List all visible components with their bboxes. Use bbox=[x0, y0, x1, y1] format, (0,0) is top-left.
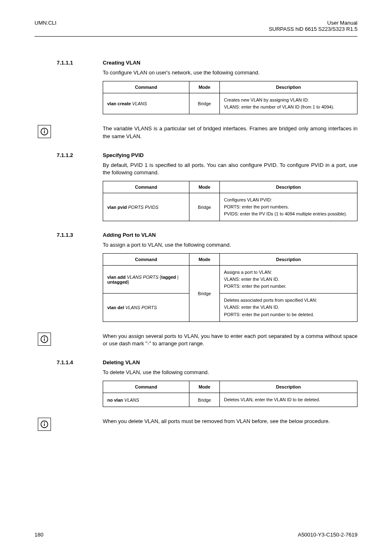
heading-number: 7.1.1.2 bbox=[57, 152, 73, 158]
desc-line: PORTS: enter the port number. bbox=[224, 283, 353, 290]
cell-command: no vlan VLANS bbox=[103, 393, 189, 407]
cell-command: vlan add VLANS PORTS {tagged | untagged} bbox=[103, 266, 189, 294]
intro-text: By default, PVID 1 is specified to all p… bbox=[103, 162, 357, 177]
table-row: vlan pvid PORTS PVIDS Bridge Configures … bbox=[103, 193, 357, 221]
table-specifying-pvid: Command Mode Description vlan pvid PORTS… bbox=[103, 181, 357, 221]
cell-description: Creates new VLAN by assigning VLAN ID: V… bbox=[220, 93, 357, 114]
table-creating-vlan: Command Mode Description vlan create VLA… bbox=[103, 81, 357, 114]
cmd-arg: VLANS bbox=[132, 101, 147, 106]
info-icon bbox=[38, 418, 51, 431]
table-row: no vlan VLANS Bridge Deletes VLAN, enter… bbox=[103, 393, 357, 407]
cell-command: vlan pvid PORTS PVIDS bbox=[103, 193, 189, 221]
note-block: When you assign several ports to VLAN, y… bbox=[103, 333, 357, 348]
heading-number: 7.1.1.1 bbox=[57, 60, 73, 66]
th-description: Description bbox=[220, 381, 357, 393]
desc-line: VLANS: enter the VLAN ID. bbox=[224, 304, 353, 311]
svg-point-5 bbox=[44, 337, 45, 338]
cell-mode: Bridge bbox=[189, 93, 220, 114]
intro-text: To assign a port to VLAN, use the follow… bbox=[103, 241, 357, 249]
th-command: Command bbox=[103, 181, 189, 193]
heading-text: Deleting VLAN bbox=[103, 359, 140, 365]
th-command: Command bbox=[103, 81, 189, 93]
cmd-arg: PORTS PVIDS bbox=[128, 205, 159, 210]
cmd-keyword: no vlan bbox=[107, 398, 123, 402]
cell-description: Configures VLAN PVID: PORTS: enter the p… bbox=[220, 193, 357, 221]
cmd-pipe: | bbox=[176, 275, 178, 280]
page-header: UMN:CLI User Manual SURPASS hiD 6615 S22… bbox=[0, 0, 392, 35]
cmd-keyword: vlan add bbox=[107, 275, 126, 280]
svg-point-2 bbox=[44, 130, 45, 130]
cmd-keyword: vlan pvid bbox=[107, 205, 127, 210]
heading-number: 7.1.1.3 bbox=[57, 232, 73, 238]
header-right: User Manual SURPASS hiD 6615 S223/S323 R… bbox=[269, 20, 357, 32]
table-row: vlan del VLANS PORTS Deletes associated … bbox=[103, 294, 357, 321]
cell-command: vlan create VLANS bbox=[103, 93, 189, 114]
cmd-keyword: vlan create bbox=[107, 101, 131, 106]
th-mode: Mode bbox=[189, 254, 220, 266]
desc-line: PVIDS: enter the PV IDs (1 to 4094 multi… bbox=[224, 210, 353, 217]
heading-text: Specifying PVID bbox=[103, 152, 144, 158]
page-number: 180 bbox=[35, 532, 44, 538]
desc-line: VLANS: enter the number of VLAN ID (from… bbox=[224, 104, 353, 111]
note-text: The variable VLANS is a particular set o… bbox=[103, 125, 357, 141]
heading-text: Creating VLAN bbox=[103, 60, 141, 66]
th-description: Description bbox=[220, 181, 357, 193]
cmd-brace: } bbox=[128, 280, 129, 284]
intro-text: To configure VLAN on user's network, use… bbox=[103, 69, 357, 77]
table-adding-port: Command Mode Description vlan add VLANS … bbox=[103, 253, 357, 321]
note-text: When you delete VLAN, all ports must be … bbox=[103, 418, 357, 426]
note-text: When you assign several ports to VLAN, y… bbox=[103, 333, 357, 348]
cell-mode: Bridge bbox=[189, 266, 220, 321]
desc-line: Configures VLAN PVID: bbox=[224, 197, 353, 204]
info-icon bbox=[38, 333, 51, 346]
cmd-arg: VLANS bbox=[125, 398, 139, 402]
heading-number: 7.1.1.4 bbox=[57, 359, 73, 365]
section-deleting-vlan: 7.1.1.4 Deleting VLAN To delete VLAN, us… bbox=[103, 359, 357, 407]
heading-specifying-pvid: 7.1.1.2 Specifying PVID bbox=[103, 152, 357, 158]
desc-line: Creates new VLAN by assigning VLAN ID: bbox=[224, 97, 353, 104]
heading-deleting-vlan: 7.1.1.4 Deleting VLAN bbox=[103, 359, 357, 365]
header-right-line2: SURPASS hiD 6615 S223/S323 R1.5 bbox=[269, 26, 357, 32]
heading-adding-port: 7.1.1.3 Adding Port to VLAN bbox=[103, 232, 357, 238]
cell-command: vlan del VLANS PORTS bbox=[103, 294, 189, 321]
cmd-arg: VLANS PORTS bbox=[127, 275, 159, 280]
cmd-keyword: vlan del bbox=[107, 305, 124, 310]
cell-mode: Bridge bbox=[189, 393, 220, 407]
note-block: The variable VLANS is a particular set o… bbox=[103, 125, 357, 141]
table-header-row: Command Mode Description bbox=[103, 254, 357, 266]
th-command: Command bbox=[103, 381, 189, 393]
table-row: vlan add VLANS PORTS {tagged | untagged}… bbox=[103, 266, 357, 294]
main-content: 7.1.1.1 Creating VLAN To configure VLAN … bbox=[103, 60, 357, 437]
section-adding-port: 7.1.1.3 Adding Port to VLAN To assign a … bbox=[103, 232, 357, 321]
note-block: When you delete VLAN, all ports must be … bbox=[103, 418, 357, 426]
header-right-line1: User Manual bbox=[269, 20, 357, 26]
cmd-opt: tagged bbox=[161, 275, 176, 280]
desc-line: PORTS: enter the port numbers. bbox=[224, 204, 353, 210]
heading-creating-vlan: 7.1.1.1 Creating VLAN bbox=[103, 60, 357, 66]
info-icon bbox=[38, 125, 51, 138]
page-footer: 180 A50010-Y3-C150-2-7619 bbox=[35, 532, 357, 538]
table-header-row: Command Mode Description bbox=[103, 381, 357, 393]
th-description: Description bbox=[220, 254, 357, 266]
th-mode: Mode bbox=[189, 181, 220, 193]
svg-point-8 bbox=[44, 422, 45, 423]
cell-description: Deletes VLAN, enter the VLAN ID to be de… bbox=[220, 393, 357, 407]
doc-id: A50010-Y3-C150-2-7619 bbox=[298, 532, 357, 538]
desc-line: PORTS: enter the port number to be delet… bbox=[224, 311, 353, 318]
th-description: Description bbox=[220, 81, 357, 93]
header-rule bbox=[35, 36, 357, 37]
th-command: Command bbox=[103, 254, 189, 266]
section-creating-vlan: 7.1.1.1 Creating VLAN To configure VLAN … bbox=[103, 60, 357, 114]
th-mode: Mode bbox=[189, 381, 220, 393]
header-left: UMN:CLI bbox=[35, 20, 56, 32]
cmd-arg: VLANS PORTS bbox=[125, 305, 157, 310]
th-mode: Mode bbox=[189, 81, 220, 93]
cmd-opt: untagged bbox=[107, 280, 128, 284]
section-specifying-pvid: 7.1.1.2 Specifying PVID By default, PVID… bbox=[103, 152, 357, 222]
table-header-row: Command Mode Description bbox=[103, 181, 357, 193]
table-header-row: Command Mode Description bbox=[103, 81, 357, 93]
desc-line: VLANS: enter the VLAN ID. bbox=[224, 276, 353, 283]
cell-description: Deletes associated ports from specified … bbox=[220, 294, 357, 321]
heading-text: Adding Port to VLAN bbox=[103, 232, 156, 238]
table-deleting-vlan: Command Mode Description no vlan VLANS B… bbox=[103, 381, 357, 407]
